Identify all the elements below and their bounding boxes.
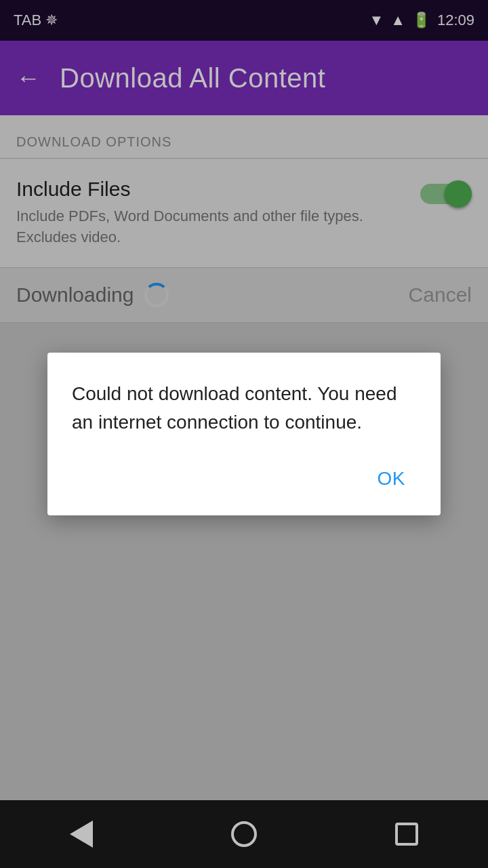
error-dialog: Could not download content. You need an … <box>47 353 441 515</box>
dialog-actions: OK <box>72 461 416 496</box>
dialog-message: Could not download content. You need an … <box>72 380 416 437</box>
dialog-overlay: Could not download content. You need an … <box>0 0 488 868</box>
dialog-ok-button[interactable]: OK <box>367 461 416 496</box>
